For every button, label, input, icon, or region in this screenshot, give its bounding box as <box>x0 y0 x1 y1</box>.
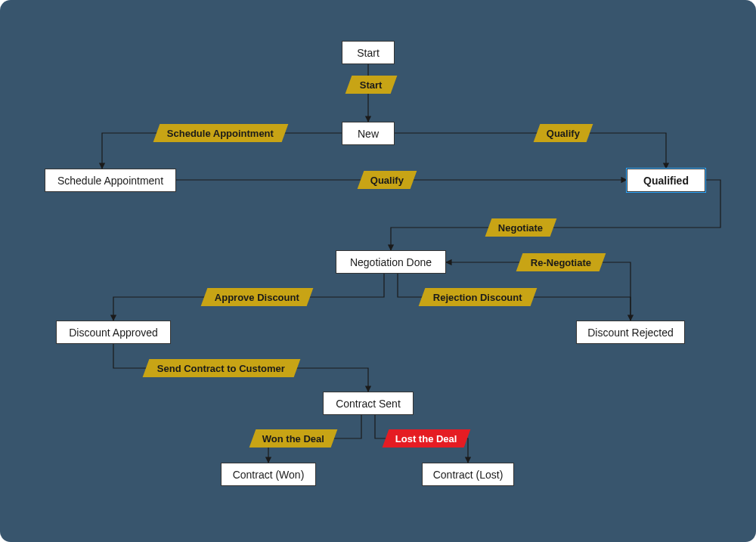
action-label: Rejection Discount <box>433 292 522 303</box>
state-discount-approved: Discount Approved <box>56 321 171 344</box>
action-send-contract: Send Contract to Customer <box>143 359 301 377</box>
state-label: Discount Approved <box>69 327 158 339</box>
state-label: Start <box>357 47 380 59</box>
action-label: Won the Deal <box>262 433 324 444</box>
state-negotiation-done: Negotiation Done <box>336 250 446 274</box>
action-label: Approve Discount <box>215 292 299 303</box>
action-label: Qualify <box>370 175 404 186</box>
action-re-negotiate: Re-Negotiate <box>516 253 606 271</box>
state-label: Contract (Lost) <box>433 469 503 481</box>
action-approve-discount: Approve Discount <box>201 288 314 306</box>
action-label: Send Contract to Customer <box>157 363 285 374</box>
state-label: Contract Sent <box>336 398 401 410</box>
state-contract-sent: Contract Sent <box>323 392 414 415</box>
action-label: Qualify <box>547 128 580 139</box>
action-lost-deal: Lost the Deal <box>383 429 471 448</box>
state-new: New <box>342 122 395 145</box>
state-contract-won: Contract (Won) <box>221 463 316 486</box>
state-qualified: Qualified <box>627 169 705 192</box>
action-rejection-discount: Rejection Discount <box>419 288 538 306</box>
edge-new-qualified <box>395 133 666 169</box>
action-schedule-appointment: Schedule Appointment <box>153 124 289 142</box>
state-label: Discount Rejected <box>587 327 674 339</box>
action-label: Schedule Appointment <box>167 128 274 139</box>
action-start: Start <box>345 76 398 94</box>
action-won-deal: Won the Deal <box>249 429 338 448</box>
state-schedule-appointment: Schedule Appointment <box>45 169 176 192</box>
action-qualify-from-schedule: Qualify <box>358 171 417 189</box>
state-contract-lost: Contract (Lost) <box>422 463 514 486</box>
state-label: Schedule Appointment <box>57 175 163 187</box>
action-negotiate: Negotiate <box>485 218 557 237</box>
action-qualify-from-new: Qualify <box>534 124 593 142</box>
flowchart-canvas: Start New Schedule Appointment Qualified… <box>0 0 756 542</box>
action-label: Lost the Deal <box>395 433 457 444</box>
action-label: Start <box>360 79 383 91</box>
state-label: New <box>358 128 379 140</box>
state-label: Negotiation Done <box>350 256 432 268</box>
state-start: Start <box>342 41 395 64</box>
state-discount-rejected: Discount Rejected <box>576 321 685 344</box>
action-label: Negotiate <box>498 222 543 234</box>
state-label: Contract (Won) <box>233 469 305 481</box>
state-label: Qualified <box>643 175 689 187</box>
action-label: Re-Negotiate <box>531 257 591 268</box>
